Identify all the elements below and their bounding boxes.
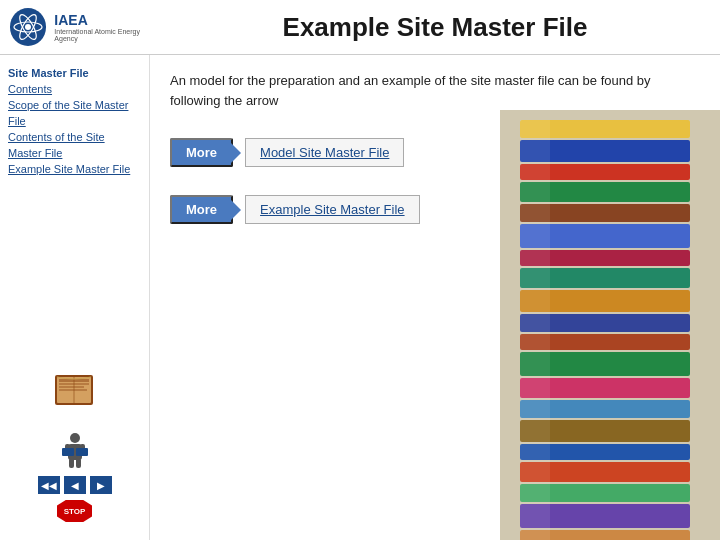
more-button-2[interactable]: More: [170, 195, 233, 224]
sidebar-item-contents-site[interactable]: Contents of the Site: [8, 129, 141, 145]
svg-rect-16: [69, 458, 74, 468]
content-wrapper: An model for the preparation and an exam…: [150, 55, 720, 540]
nav-next-button[interactable]: ▶: [90, 476, 112, 494]
sidebar-item-example[interactable]: Example Site Master File: [8, 161, 141, 177]
svg-point-1: [25, 24, 31, 30]
iaea-logo-circle: [10, 8, 46, 46]
sidebar-icon-area: ◀◀ ◀ ▶ STOP: [0, 369, 149, 532]
person-icon: [55, 430, 95, 470]
logo-text: IAEA International Atomic Energy Agency: [54, 12, 160, 42]
book-icon: [47, 369, 102, 424]
svg-rect-19: [76, 448, 88, 456]
logo-area: IAEA International Atomic Energy Agency: [10, 8, 160, 46]
header: IAEA International Atomic Energy Agency …: [0, 0, 720, 55]
nav-buttons: ◀◀ ◀ ▶: [38, 476, 112, 494]
nav-first-button[interactable]: ◀◀: [38, 476, 60, 494]
sidebar-item-master-file[interactable]: Master File: [8, 145, 141, 161]
nav-prev-button[interactable]: ◀: [64, 476, 86, 494]
svg-rect-43: [520, 120, 550, 540]
more-button-1[interactable]: More: [170, 138, 233, 167]
sidebar-item-scope[interactable]: Scope of the Site Master: [8, 97, 141, 113]
description-text: An model for the preparation and an exam…: [170, 71, 700, 110]
svg-rect-18: [62, 448, 74, 456]
books-image: [500, 110, 720, 540]
svg-point-12: [70, 433, 80, 443]
sidebar-subtitle: Site Master File: [0, 63, 149, 81]
books-svg: [500, 110, 720, 540]
iaea-subtitle: International Atomic Energy Agency: [54, 28, 160, 42]
iaea-label: IAEA: [54, 12, 160, 28]
svg-rect-17: [76, 458, 81, 468]
main-layout: Site Master File Contents Scope of the S…: [0, 55, 720, 540]
sidebar-nav: Contents Scope of the Site Master File C…: [0, 81, 149, 177]
sidebar-item-file[interactable]: File: [8, 113, 141, 129]
sidebar: Site Master File Contents Scope of the S…: [0, 55, 150, 540]
page-title: Example Site Master File: [160, 12, 710, 43]
sidebar-item-contents[interactable]: Contents: [8, 81, 141, 97]
stop-button[interactable]: STOP: [57, 500, 92, 522]
model-site-master-link[interactable]: Model Site Master File: [245, 138, 404, 167]
example-site-master-link[interactable]: Example Site Master File: [245, 195, 420, 224]
svg-rect-9: [59, 386, 84, 388]
